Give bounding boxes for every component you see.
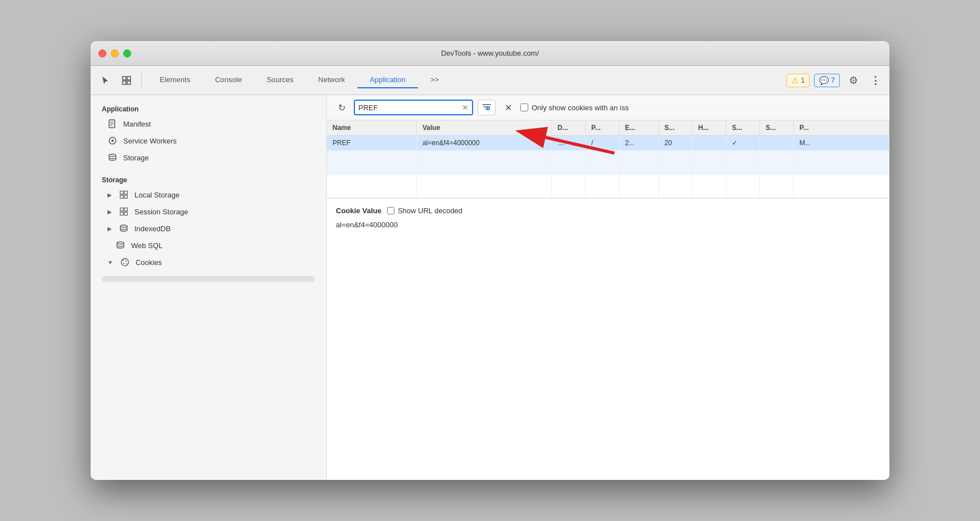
panel-wrapper: ↻ ✕ ✕ <box>327 95 889 480</box>
empty-cell <box>794 174 889 197</box>
cell-domain: .... <box>552 136 586 150</box>
sidebar: Application Manifest <box>91 95 327 480</box>
svg-rect-13 <box>120 195 124 199</box>
cookies-label: Cookies <box>136 258 162 267</box>
table-row[interactable]: PREF al=en&f4=4000000 .... / 2... 20 ✓ M… <box>327 136 889 151</box>
svg-rect-17 <box>120 212 124 215</box>
col-header-domain: D... <box>552 120 586 135</box>
sidebar-item-indexeddb[interactable]: ▶ IndexedDB <box>91 220 326 237</box>
cell-expires: 2... <box>619 136 659 150</box>
svg-point-20 <box>117 242 124 244</box>
sidebar-item-session-storage[interactable]: ▶ Session Storage <box>91 203 326 220</box>
cursor-icon[interactable] <box>96 71 114 89</box>
svg-rect-1 <box>127 77 131 80</box>
devtools-window: DevTools - www.youtube.com/ Elements Con… <box>91 41 889 480</box>
svg-rect-16 <box>124 208 128 212</box>
search-box: ✕ <box>354 100 473 115</box>
maximize-button[interactable] <box>123 50 131 57</box>
filter-button[interactable] <box>478 100 496 115</box>
warning-icon: ⚠ <box>792 76 799 85</box>
show-url-text: Show URL decoded <box>398 206 462 215</box>
sidebar-item-local-storage[interactable]: ▶ Local Storage <box>91 186 326 203</box>
empty-cell <box>693 174 726 197</box>
col-header-expires: E... <box>619 120 659 135</box>
show-url-label[interactable]: Show URL decoded <box>387 206 462 215</box>
cell-secure: ✓ <box>726 136 760 150</box>
local-storage-arrow: ▶ <box>107 192 112 198</box>
main-content: Application Manifest <box>91 95 889 480</box>
sidebar-item-cookies[interactable]: ▼ Cookies <box>91 254 326 271</box>
cookie-value-header: Cookie Value Show URL decoded <box>336 206 880 215</box>
app-section-title: Application <box>91 101 326 115</box>
show-url-checkbox[interactable] <box>387 207 394 214</box>
cell-httponly <box>693 136 726 150</box>
search-input[interactable] <box>358 104 460 112</box>
svg-point-25 <box>126 263 127 264</box>
empty-cell <box>327 174 417 197</box>
settings-button[interactable]: ⚙ <box>844 72 862 89</box>
tab-network[interactable]: Network <box>306 72 358 88</box>
window-title: DevTools - www.youtube.com/ <box>441 49 539 57</box>
sidebar-item-web-sql[interactable]: Web SQL <box>91 237 326 254</box>
svg-point-10 <box>109 154 116 156</box>
main-panel: ↻ ✕ ✕ <box>327 95 889 480</box>
storage-app-label: Storage <box>123 154 149 162</box>
svg-point-9 <box>111 140 114 142</box>
inspect-icon[interactable] <box>118 71 136 89</box>
col-header-name: Name <box>327 120 417 135</box>
warning-count: 1 <box>801 77 805 84</box>
refresh-button[interactable]: ↻ <box>334 100 349 115</box>
table-header: Name Value D... P... E... S... H... S...… <box>327 120 889 136</box>
svg-point-24 <box>123 263 124 264</box>
toolbar-right: ⚠ 1 💬 7 ⚙ ⋮ <box>786 72 884 89</box>
only-issues-checkbox[interactable] <box>520 104 528 111</box>
empty-cell <box>760 151 794 174</box>
sidebar-item-storage[interactable]: Storage <box>91 149 326 166</box>
panel-bottom: Cookie Value Show URL decoded al=en&f4=4… <box>327 198 889 480</box>
more-button[interactable]: ⋮ <box>867 72 884 89</box>
session-storage-arrow: ▶ <box>107 209 112 215</box>
close-button[interactable] <box>98 50 106 57</box>
toolbar-divider <box>141 73 142 88</box>
minimize-button[interactable] <box>111 50 119 57</box>
local-storage-icon <box>119 190 129 200</box>
chat-badge[interactable]: 💬 7 <box>814 74 840 87</box>
indexeddb-arrow: ▶ <box>107 226 112 232</box>
col-header-secure: S... <box>726 120 760 135</box>
sidebar-item-manifest[interactable]: Manifest <box>91 115 326 132</box>
traffic-lights <box>98 50 131 57</box>
cookies-arrow: ▼ <box>107 259 113 266</box>
empty-row-2 <box>327 174 889 198</box>
empty-cell <box>417 174 552 197</box>
cookie-value-text: al=en&f4=4000000 <box>336 221 880 229</box>
clear-filter-button[interactable]: ✕ <box>500 100 516 115</box>
search-clear-button[interactable]: ✕ <box>462 104 469 111</box>
svg-rect-0 <box>123 77 126 80</box>
col-header-priority: P... <box>794 120 889 135</box>
tab-elements[interactable]: Elements <box>147 72 203 88</box>
service-workers-icon <box>107 136 118 146</box>
cookies-toolbar: ↻ ✕ ✕ <box>327 95 889 120</box>
local-storage-label: Local Storage <box>134 191 179 199</box>
toolbar: Elements Console Sources Network Applica… <box>91 66 889 95</box>
col-header-samesite: S... <box>760 120 794 135</box>
only-issues-label[interactable]: Only show cookies with an iss <box>520 104 629 112</box>
titlebar: DevTools - www.youtube.com/ <box>91 41 889 66</box>
sidebar-item-service-workers[interactable]: Service Workers <box>91 132 326 149</box>
cookie-value-title: Cookie Value <box>336 206 381 215</box>
tab-application[interactable]: Application <box>357 72 418 88</box>
manifest-icon <box>107 119 118 129</box>
cookies-icon <box>120 257 130 267</box>
tab-more[interactable]: >> <box>418 72 451 88</box>
empty-cell <box>726 174 760 197</box>
warning-badge[interactable]: ⚠ 1 <box>786 74 810 87</box>
col-header-size: S... <box>659 120 693 135</box>
empty-cell <box>794 151 889 174</box>
empty-cell <box>693 151 726 174</box>
svg-rect-15 <box>120 208 124 212</box>
tab-sources[interactable]: Sources <box>254 72 306 88</box>
tab-console[interactable]: Console <box>203 72 254 88</box>
col-header-httponly: H... <box>693 120 726 135</box>
sidebar-scrollbar[interactable] <box>102 276 315 282</box>
indexeddb-icon <box>119 223 129 233</box>
